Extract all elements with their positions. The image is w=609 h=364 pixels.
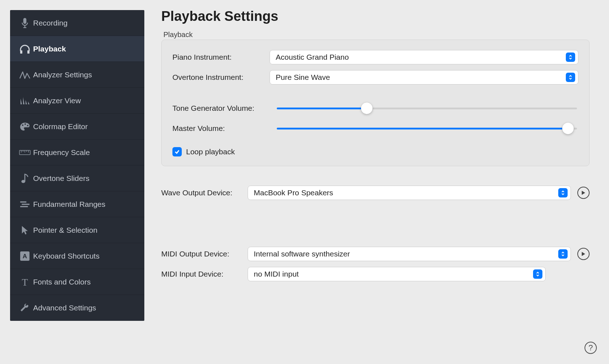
page-title: Playback Settings (161, 9, 590, 24)
palette-icon (17, 122, 33, 132)
svg-text:A: A (23, 252, 27, 260)
ruler-icon (17, 150, 33, 155)
chevron-updown-icon (558, 188, 568, 197)
chevron-updown-icon (558, 249, 568, 259)
midi-output-select[interactable]: Internal software synthesizer (248, 247, 571, 261)
sidebar-item-colormap-editor[interactable]: Colormap Editor (10, 114, 144, 140)
sidebar-item-playback[interactable]: Playback (10, 36, 144, 62)
wave-output-select[interactable]: MacBook Pro Speakers (248, 186, 571, 200)
svg-text:T: T (22, 277, 28, 287)
master-volume-label: Master Volume: (172, 124, 277, 133)
sidebar: Recording Playback Analyzer Settings Ana… (10, 10, 144, 321)
svg-point-6 (24, 123, 26, 125)
sidebar-item-label: Colormap Editor (33, 122, 88, 131)
sidebar-item-analyzer-settings[interactable]: Analyzer Settings (10, 62, 144, 88)
loop-playback-label: Loop playback (186, 147, 235, 156)
sidebar-item-label: Fonts and Colors (33, 278, 91, 286)
section-label: Playback (163, 31, 590, 39)
playback-panel: Piano Instrument: Acoustic Grand Piano O… (161, 40, 590, 166)
tone-volume-label: Tone Generator Volume: (172, 104, 277, 113)
sidebar-item-label: Recording (33, 19, 68, 27)
master-volume-slider[interactable] (277, 128, 578, 129)
sidebar-item-label: Frequency Scale (33, 148, 90, 157)
svg-point-5 (22, 124, 23, 126)
sidebar-item-label: Pointer & Selection (33, 226, 98, 235)
note-icon (17, 173, 33, 184)
wave-output-play-button[interactable] (577, 187, 590, 199)
wave-output-label: Wave Output Device: (161, 188, 248, 197)
sidebar-item-analyzer-view[interactable]: Analyzer View (10, 88, 144, 114)
mic-icon (17, 18, 33, 28)
chevron-updown-icon (533, 269, 542, 279)
headphones-icon (17, 44, 33, 54)
overtone-instrument-label: Overtone Instrument: (172, 73, 270, 82)
tone-volume-slider[interactable] (277, 108, 578, 109)
sidebar-item-label: Analyzer Settings (33, 70, 92, 79)
svg-rect-0 (23, 18, 27, 24)
overtone-instrument-select[interactable]: Pure Sine Wave (270, 70, 578, 85)
key-a-icon: A (17, 251, 33, 261)
sidebar-item-keyboard-shortcuts[interactable]: A Keyboard Shortcuts (10, 243, 144, 269)
select-value: Pure Sine Wave (276, 73, 566, 82)
select-value: Internal software synthesizer (254, 250, 558, 258)
wrench-icon (17, 303, 33, 313)
svg-point-7 (27, 125, 28, 126)
sidebar-item-fonts-colors[interactable]: T Fonts and Colors (10, 269, 144, 295)
loop-playback-checkbox[interactable] (172, 147, 182, 156)
chevron-updown-icon (566, 73, 575, 82)
midi-output-label: MIDI Output Device: (161, 250, 248, 258)
midi-output-play-button[interactable] (577, 248, 590, 260)
main-content: Playback Settings Playback Piano Instrum… (161, 9, 590, 281)
piano-instrument-label: Piano Instrument: (172, 53, 270, 62)
wave-icon (17, 70, 33, 79)
text-t-icon: T (17, 277, 33, 287)
help-button[interactable]: ? (585, 342, 597, 354)
bars-icon (17, 96, 33, 105)
sidebar-item-recording[interactable]: Recording (10, 10, 144, 36)
sidebar-item-label: Fundamental Ranges (33, 200, 105, 209)
sidebar-item-label: Advanced Settings (33, 304, 96, 312)
sidebar-item-label: Playback (33, 45, 66, 53)
sidebar-item-advanced-settings[interactable]: Advanced Settings (10, 295, 144, 321)
lines-icon (17, 200, 33, 208)
sidebar-item-overtone-sliders[interactable]: Overtone Sliders (10, 165, 144, 191)
sidebar-item-label: Keyboard Shortcuts (33, 252, 99, 260)
chevron-updown-icon (566, 53, 575, 62)
pointer-icon (17, 225, 33, 235)
svg-rect-3 (20, 50, 22, 54)
piano-instrument-select[interactable]: Acoustic Grand Piano (270, 50, 578, 64)
select-value: Acoustic Grand Piano (276, 53, 566, 62)
svg-rect-4 (27, 50, 30, 54)
sidebar-item-label: Overtone Sliders (33, 174, 89, 183)
sidebar-item-pointer-selection[interactable]: Pointer & Selection (10, 217, 144, 243)
sidebar-item-label: Analyzer View (33, 96, 81, 105)
select-value: no MIDI input (254, 270, 533, 278)
sidebar-item-fundamental-ranges[interactable]: Fundamental Ranges (10, 191, 144, 217)
select-value: MacBook Pro Speakers (254, 188, 558, 197)
sidebar-item-frequency-scale[interactable]: Frequency Scale (10, 140, 144, 165)
midi-input-label: MIDI Input Device: (161, 270, 248, 278)
midi-input-select[interactable]: no MIDI input (248, 267, 546, 281)
